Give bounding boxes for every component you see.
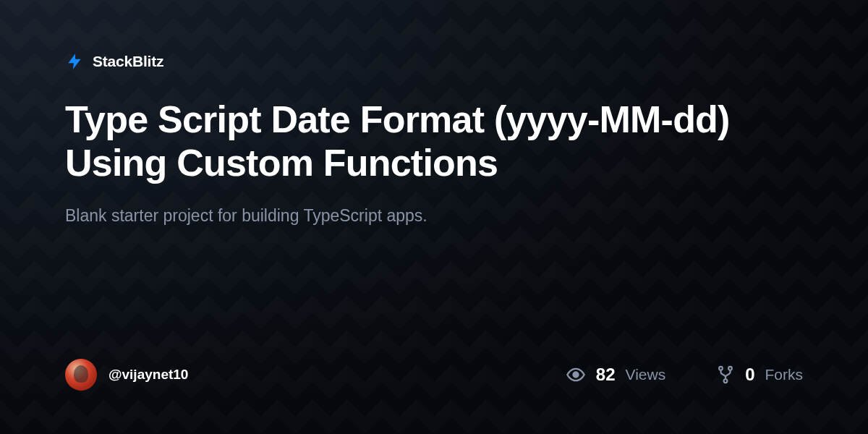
avatar[interactable]	[65, 359, 97, 391]
bolt-icon	[65, 52, 84, 71]
views-count: 82	[596, 365, 616, 385]
svg-point-0	[573, 373, 578, 378]
eye-icon	[566, 365, 586, 385]
brand-name: StackBlitz	[93, 53, 163, 70]
fork-icon	[716, 365, 735, 384]
forks-stat: 0 Forks	[716, 365, 803, 385]
svg-point-2	[728, 367, 732, 370]
project-card: StackBlitz Type Script Date Format (yyyy…	[0, 0, 868, 434]
project-title: Type Script Date Format (yyyy-MM-dd) Usi…	[65, 98, 760, 185]
svg-point-3	[724, 379, 728, 383]
svg-point-1	[719, 367, 723, 370]
stats-block: 82 Views 0 Forks	[566, 365, 803, 385]
project-description: Blank starter project for building TypeS…	[65, 204, 803, 227]
forks-count: 0	[745, 365, 754, 385]
footer-row: @vijaynet10 82 Views	[65, 344, 803, 391]
author-username: @vijaynet10	[109, 367, 188, 383]
views-stat: 82 Views	[566, 365, 665, 385]
forks-label: Forks	[765, 366, 804, 383]
views-label: Views	[626, 366, 666, 383]
author-block[interactable]: @vijaynet10	[65, 359, 188, 391]
brand-row: StackBlitz	[65, 52, 803, 71]
